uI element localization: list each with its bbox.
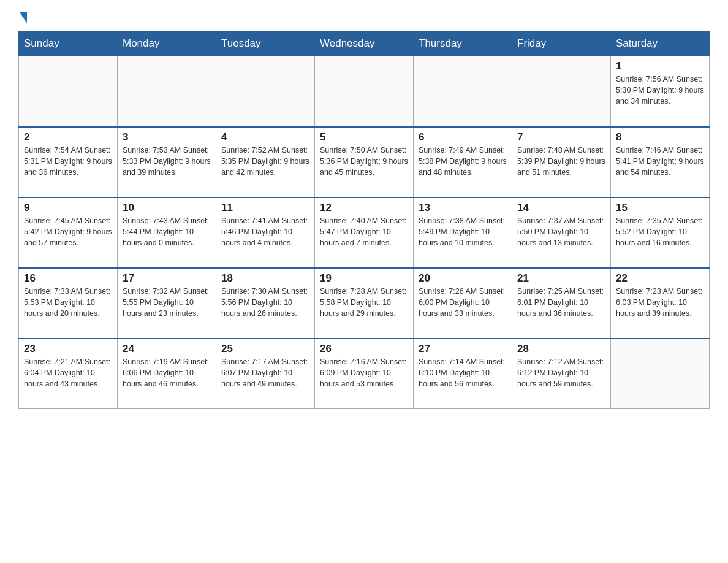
calendar-cell: 2Sunrise: 7:54 AM Sunset: 5:31 PM Daylig… [19, 127, 118, 197]
calendar-cell: 13Sunrise: 7:38 AM Sunset: 5:49 PM Dayli… [414, 197, 512, 268]
day-info: Sunrise: 7:33 AM Sunset: 5:53 PM Dayligh… [24, 286, 112, 319]
day-number: 14 [517, 202, 605, 214]
calendar-week-row: 9Sunrise: 7:45 AM Sunset: 5:42 PM Daylig… [19, 197, 710, 268]
logo-general [18, 12, 27, 23]
day-info: Sunrise: 7:52 AM Sunset: 5:35 PM Dayligh… [221, 145, 309, 178]
calendar-cell: 27Sunrise: 7:14 AM Sunset: 6:10 PM Dayli… [414, 339, 512, 409]
calendar-cell [611, 339, 710, 409]
day-number: 6 [419, 131, 507, 144]
day-info: Sunrise: 7:46 AM Sunset: 5:41 PM Dayligh… [616, 145, 704, 178]
day-number: 2 [24, 131, 112, 144]
calendar-cell [216, 56, 315, 127]
calendar-cell: 18Sunrise: 7:30 AM Sunset: 5:56 PM Dayli… [216, 268, 315, 339]
day-info: Sunrise: 7:14 AM Sunset: 6:10 PM Dayligh… [419, 356, 507, 389]
day-info: Sunrise: 7:26 AM Sunset: 6:00 PM Dayligh… [419, 286, 507, 319]
day-number: 21 [517, 272, 605, 285]
calendar-week-row: 2Sunrise: 7:54 AM Sunset: 5:31 PM Daylig… [19, 127, 710, 197]
day-number: 1 [616, 60, 704, 72]
day-info: Sunrise: 7:49 AM Sunset: 5:38 PM Dayligh… [419, 145, 507, 178]
calendar-cell: 15Sunrise: 7:35 AM Sunset: 5:52 PM Dayli… [611, 197, 710, 268]
calendar-cell: 19Sunrise: 7:28 AM Sunset: 5:58 PM Dayli… [315, 268, 414, 339]
day-info: Sunrise: 7:17 AM Sunset: 6:07 PM Dayligh… [221, 356, 309, 389]
day-number: 4 [221, 131, 309, 144]
calendar-header-row: SundayMondayTuesdayWednesdayThursdayFrid… [19, 31, 710, 56]
calendar-cell: 26Sunrise: 7:16 AM Sunset: 6:09 PM Dayli… [315, 339, 414, 409]
calendar-cell: 8Sunrise: 7:46 AM Sunset: 5:41 PM Daylig… [611, 127, 710, 197]
day-number: 15 [616, 202, 704, 214]
col-header-sunday: Sunday [19, 31, 118, 56]
day-info: Sunrise: 7:41 AM Sunset: 5:46 PM Dayligh… [221, 215, 309, 248]
calendar-cell [414, 56, 512, 127]
calendar-cell: 10Sunrise: 7:43 AM Sunset: 5:44 PM Dayli… [118, 197, 216, 268]
col-header-monday: Monday [118, 31, 216, 56]
day-info: Sunrise: 7:32 AM Sunset: 5:55 PM Dayligh… [123, 286, 211, 319]
calendar-cell: 21Sunrise: 7:25 AM Sunset: 6:01 PM Dayli… [512, 268, 611, 339]
calendar-cell: 7Sunrise: 7:48 AM Sunset: 5:39 PM Daylig… [512, 127, 611, 197]
day-info: Sunrise: 7:38 AM Sunset: 5:49 PM Dayligh… [419, 215, 507, 248]
calendar-cell: 23Sunrise: 7:21 AM Sunset: 6:04 PM Dayli… [19, 339, 118, 409]
calendar-cell [315, 56, 414, 127]
col-header-thursday: Thursday [414, 31, 512, 56]
calendar-cell: 16Sunrise: 7:33 AM Sunset: 5:53 PM Dayli… [19, 268, 118, 339]
calendar-cell: 22Sunrise: 7:23 AM Sunset: 6:03 PM Dayli… [611, 268, 710, 339]
day-number: 22 [616, 272, 704, 285]
day-info: Sunrise: 7:54 AM Sunset: 5:31 PM Dayligh… [24, 145, 112, 178]
day-info: Sunrise: 7:40 AM Sunset: 5:47 PM Dayligh… [320, 215, 408, 248]
page-header [18, 12, 710, 21]
logo [18, 12, 27, 21]
day-number: 24 [123, 343, 211, 355]
calendar-week-row: 16Sunrise: 7:33 AM Sunset: 5:53 PM Dayli… [19, 268, 710, 339]
day-number: 17 [123, 272, 211, 285]
day-info: Sunrise: 7:21 AM Sunset: 6:04 PM Dayligh… [24, 356, 112, 389]
day-info: Sunrise: 7:43 AM Sunset: 5:44 PM Dayligh… [123, 215, 211, 248]
day-info: Sunrise: 7:30 AM Sunset: 5:56 PM Dayligh… [221, 286, 309, 319]
col-header-wednesday: Wednesday [315, 31, 414, 56]
calendar-cell: 12Sunrise: 7:40 AM Sunset: 5:47 PM Dayli… [315, 197, 414, 268]
day-info: Sunrise: 7:28 AM Sunset: 5:58 PM Dayligh… [320, 286, 408, 319]
calendar-cell: 3Sunrise: 7:53 AM Sunset: 5:33 PM Daylig… [118, 127, 216, 197]
calendar-cell: 6Sunrise: 7:49 AM Sunset: 5:38 PM Daylig… [414, 127, 512, 197]
day-info: Sunrise: 7:19 AM Sunset: 6:06 PM Dayligh… [123, 356, 211, 389]
calendar-cell: 5Sunrise: 7:50 AM Sunset: 5:36 PM Daylig… [315, 127, 414, 197]
col-header-friday: Friday [512, 31, 611, 56]
calendar-cell: 20Sunrise: 7:26 AM Sunset: 6:00 PM Dayli… [414, 268, 512, 339]
day-number: 19 [320, 272, 408, 285]
day-number: 18 [221, 272, 309, 285]
day-number: 16 [24, 272, 112, 285]
calendar-cell: 11Sunrise: 7:41 AM Sunset: 5:46 PM Dayli… [216, 197, 315, 268]
day-number: 11 [221, 202, 309, 214]
calendar-cell: 1Sunrise: 7:56 AM Sunset: 5:30 PM Daylig… [611, 56, 710, 127]
calendar-cell: 28Sunrise: 7:12 AM Sunset: 6:12 PM Dayli… [512, 339, 611, 409]
calendar-table: SundayMondayTuesdayWednesdayThursdayFrid… [18, 31, 710, 409]
day-number: 10 [123, 202, 211, 214]
calendar-cell: 24Sunrise: 7:19 AM Sunset: 6:06 PM Dayli… [118, 339, 216, 409]
day-info: Sunrise: 7:16 AM Sunset: 6:09 PM Dayligh… [320, 356, 408, 389]
day-number: 9 [24, 202, 112, 214]
day-number: 25 [221, 343, 309, 355]
day-number: 27 [419, 343, 507, 355]
day-info: Sunrise: 7:35 AM Sunset: 5:52 PM Dayligh… [616, 215, 704, 248]
day-info: Sunrise: 7:53 AM Sunset: 5:33 PM Dayligh… [123, 145, 211, 178]
day-info: Sunrise: 7:12 AM Sunset: 6:12 PM Dayligh… [517, 356, 605, 389]
day-number: 8 [616, 131, 704, 144]
calendar-cell [118, 56, 216, 127]
day-info: Sunrise: 7:50 AM Sunset: 5:36 PM Dayligh… [320, 145, 408, 178]
day-info: Sunrise: 7:48 AM Sunset: 5:39 PM Dayligh… [517, 145, 605, 178]
day-info: Sunrise: 7:23 AM Sunset: 6:03 PM Dayligh… [616, 286, 704, 319]
calendar-cell: 14Sunrise: 7:37 AM Sunset: 5:50 PM Dayli… [512, 197, 611, 268]
day-info: Sunrise: 7:45 AM Sunset: 5:42 PM Dayligh… [24, 215, 112, 248]
calendar-cell [19, 56, 118, 127]
calendar-cell: 4Sunrise: 7:52 AM Sunset: 5:35 PM Daylig… [216, 127, 315, 197]
calendar-cell: 25Sunrise: 7:17 AM Sunset: 6:07 PM Dayli… [216, 339, 315, 409]
calendar-week-row: 23Sunrise: 7:21 AM Sunset: 6:04 PM Dayli… [19, 339, 710, 409]
day-number: 26 [320, 343, 408, 355]
day-info: Sunrise: 7:25 AM Sunset: 6:01 PM Dayligh… [517, 286, 605, 319]
day-number: 20 [419, 272, 507, 285]
day-number: 28 [517, 343, 605, 355]
day-number: 3 [123, 131, 211, 144]
day-number: 7 [517, 131, 605, 144]
calendar-week-row: 1Sunrise: 7:56 AM Sunset: 5:30 PM Daylig… [19, 56, 710, 127]
day-info: Sunrise: 7:37 AM Sunset: 5:50 PM Dayligh… [517, 215, 605, 248]
day-number: 5 [320, 131, 408, 144]
day-number: 23 [24, 343, 112, 355]
